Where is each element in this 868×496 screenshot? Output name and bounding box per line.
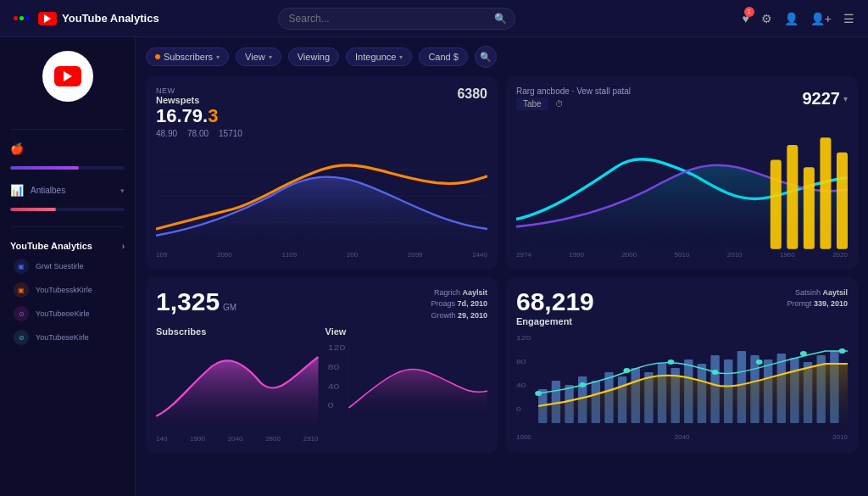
sidebar-item-apple[interactable]: 🍎 — [0, 137, 135, 161]
bar-chart-svg — [516, 115, 848, 249]
filter-integunce-label: Integunce — [355, 52, 396, 62]
number-badge-row: 9227 ▾ — [803, 89, 849, 109]
detail-promgt: Promgt 339, 2010 — [787, 298, 848, 310]
svg-point-45 — [756, 359, 763, 365]
progress-bar-fill — [10, 166, 79, 170]
menu-button[interactable]: ☰ — [843, 12, 854, 25]
view-label: View — [326, 326, 488, 337]
line-chart-area — [156, 143, 487, 248]
svg-text:0: 0 — [327, 401, 333, 410]
bar-chart-x-labels: 2974 1990 2000 5010 2010 1960 2020 — [516, 251, 848, 259]
card-subscribers-chart: New Newspets 16.79.3 48.90 78.00 15710 — [146, 76, 498, 269]
card-left: New Newspets 16.79.3 48.90 78.00 15710 — [156, 86, 242, 138]
search-input[interactable] — [278, 8, 515, 30]
engagement-x-labels: 1000 2040 2010 — [516, 433, 848, 441]
svg-rect-6 — [820, 137, 831, 248]
sub-icon-0: ▣ — [14, 259, 29, 274]
notifications-button[interactable]: ♥ 1 — [742, 12, 748, 25]
progress-bar-bg — [10, 166, 125, 170]
subscribes-svg — [156, 340, 319, 433]
navbar-logo: YouTube Analytics — [14, 12, 159, 25]
svg-point-42 — [623, 368, 630, 373]
engagement-stat-detail: Satsinh Aaytsil Promgt 339, 2010 — [787, 287, 848, 310]
view-svg: 120 80 40 0 — [326, 340, 488, 433]
view-chart: 120 80 40 0 — [326, 340, 488, 433]
detail-ragrich: Ragrich Aaylsit — [431, 287, 487, 299]
tab-icon: ⏱ — [555, 99, 564, 109]
engagement-svg: 120 80 40 0 — [516, 330, 848, 432]
apple-icon: 🍎 — [10, 142, 24, 155]
engagement-big-number: 68,219 — [516, 287, 594, 316]
svg-text:0: 0 — [516, 405, 521, 413]
navbar-title: YouTube Analytics — [62, 12, 159, 25]
line-chart-svg — [156, 143, 487, 248]
sub-icon-1: ▣ — [14, 282, 29, 298]
sidebar-logo — [0, 51, 135, 122]
stat-big-number: 1,325 — [156, 287, 220, 316]
filter-view-label: View — [245, 52, 265, 62]
chevron-down-icon: ▾ — [216, 53, 220, 61]
sub-label-3: YouTubeseKirle — [36, 333, 89, 342]
filter-bar: Subscribers ▾ View ▾ Viewing Integunce ▾… — [146, 46, 858, 68]
sidebar: 🍎 📊 Antialbes ▾ YouTube Analytics › ▣ Gr… — [0, 37, 136, 496]
sidebar-antialbes-label: Antialbes — [31, 186, 65, 195]
filter-search-button[interactable]: 🔍 — [475, 46, 497, 68]
filter-cand-label: Cand $ — [428, 52, 458, 62]
subscribes-x-labels: 140 1900 2040 2800 2910 — [156, 435, 319, 443]
filter-subscribers[interactable]: Subscribers ▾ — [146, 47, 229, 66]
add-user-button[interactable]: 👤+ — [810, 12, 832, 25]
detail-proags: Proags 7d, 2010 — [431, 298, 487, 310]
sidebar-item-2[interactable]: ⊙ YouTubeoeKirle — [0, 302, 135, 326]
engagement-number-block: 68,219 — [516, 287, 594, 316]
stat-detail: Ragrich Aaylsit Proags 7d, 2010 Growth 2… — [431, 287, 487, 322]
tab-row: Tabe ⏱ — [516, 98, 631, 110]
sidebar-item-antialbes[interactable]: 📊 Antialbes ▾ — [0, 178, 135, 203]
svg-text:120: 120 — [327, 343, 345, 352]
sidebar-item-0[interactable]: ▣ Grwt Suestirle — [0, 254, 135, 278]
svg-point-40 — [535, 391, 542, 396]
svg-text:120: 120 — [516, 334, 531, 342]
svg-text:40: 40 — [516, 382, 526, 389]
dashboard-grid: New Newspets 16.79.3 48.90 78.00 15710 — [146, 76, 858, 453]
sub-icon-2: ⊙ — [14, 306, 29, 321]
sidebar-yt-label: YouTube Analytics — [10, 241, 92, 251]
youtube-icon — [38, 12, 57, 25]
flag-icon — [14, 16, 30, 20]
svg-point-43 — [668, 359, 675, 365]
search-icon: 🔍 — [494, 13, 507, 25]
sidebar-item-3[interactable]: ⊘ YouTubeseKirle — [0, 326, 135, 349]
svg-point-44 — [712, 370, 719, 375]
search-bar[interactable]: 🔍 — [278, 8, 515, 30]
big-accent: 3 — [208, 105, 218, 126]
filter-cand[interactable]: Cand $ — [419, 47, 467, 66]
stat-number-block: 1,325 GM — [156, 287, 236, 316]
subscribes-chart-block: Subscribes — [156, 326, 319, 443]
dropdown-arrow[interactable]: ▾ — [843, 94, 848, 103]
metric-2: 15710 — [219, 129, 242, 138]
sub-label-1: YouTubesskKirle — [36, 286, 92, 294]
chevron-right-icon: › — [122, 242, 125, 251]
chevron-down-icon-3: ▾ — [399, 53, 403, 61]
svg-rect-4 — [787, 145, 798, 249]
svg-point-47 — [839, 348, 846, 354]
tab-label[interactable]: Tabe — [516, 98, 548, 110]
notification-badge: 1 — [744, 7, 754, 17]
card-bottom-left: 1,325 GM Ragrich Aaylsit Proags 7d, 2010 — [146, 277, 498, 454]
yt-logo-circle — [42, 51, 93, 102]
filter-view[interactable]: View ▾ — [236, 47, 281, 66]
sidebar-item-1[interactable]: ▣ YouTubesskKirle — [0, 278, 135, 302]
main-layout: 🍎 📊 Antialbes ▾ YouTube Analytics › ▣ Gr… — [0, 37, 868, 496]
svg-rect-5 — [804, 167, 815, 248]
navbar-actions: ♥ 1 ⚙ 👤 👤+ ☰ — [742, 12, 854, 25]
filter-integunce[interactable]: Integunce ▾ — [346, 47, 412, 66]
card-bottom-right: 68,219 Satsinh Aaytsil Promgt 339, 2010 — [506, 277, 858, 454]
engagement-number-row: 68,219 — [516, 287, 594, 316]
chart-icon: 📊 — [10, 184, 24, 197]
main-content: Subscribers ▾ View ▾ Viewing Integunce ▾… — [136, 37, 868, 496]
filter-subscribers-label: Subscribers — [164, 52, 213, 62]
filter-viewing[interactable]: Viewing — [288, 47, 339, 66]
sub-icon-3: ⊘ — [14, 330, 29, 345]
settings-button[interactable]: ⚙ — [761, 12, 772, 25]
engagement-stat-row: 68,219 Satsinh Aaytsil Promgt 339, 2010 — [516, 287, 848, 316]
profile-button[interactable]: 👤 — [784, 12, 798, 25]
